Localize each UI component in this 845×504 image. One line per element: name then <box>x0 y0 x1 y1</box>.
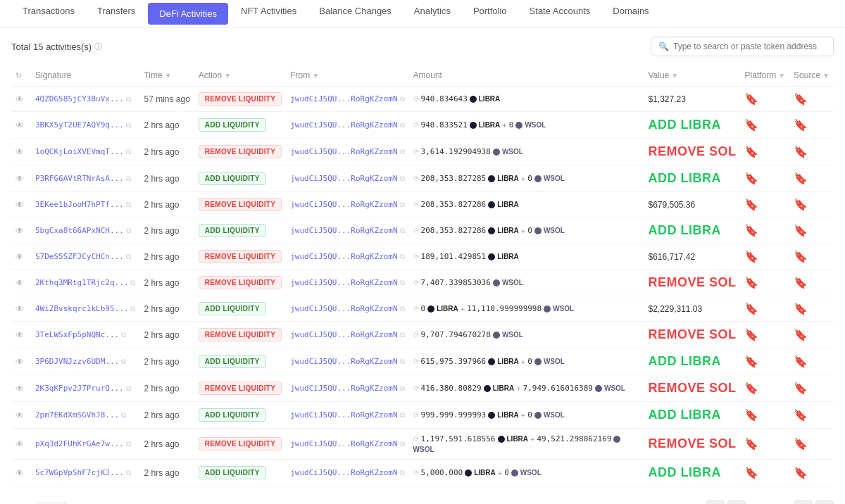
table-row: 👁3BKX5yT2UE7AQY9q...⧉2 hrs agoADD LIQUID… <box>11 112 834 139</box>
from-value: jwudCiJ5QU...RoRgKZzomN⧉ <box>290 439 404 448</box>
eye-icon[interactable]: 👁 <box>15 304 24 314</box>
value-display: $616,717.42 <box>648 252 695 262</box>
copy-sig-icon[interactable]: ⧉ <box>130 305 135 313</box>
next-page-button[interactable]: › <box>794 500 813 504</box>
platform-filter-icon[interactable]: ▼ <box>778 72 785 80</box>
copy-from-icon[interactable]: ⧉ <box>400 175 405 183</box>
copy-from-icon[interactable]: ⧉ <box>400 440 405 448</box>
source-icon: 🔖 <box>794 251 808 263</box>
eye-icon[interactable]: 👁 <box>15 147 24 157</box>
token-label-libra: LIBRA <box>507 435 529 443</box>
eye-icon[interactable]: 👁 <box>15 468 24 478</box>
eye-icon[interactable]: 👁 <box>15 410 24 420</box>
platform-icon: 🔖 <box>744 438 758 450</box>
eye-icon[interactable]: 👁 <box>15 200 24 210</box>
toolbar: Total 15 activities(s) ⓘ 🔍 <box>11 37 834 56</box>
copy-from-icon[interactable]: ⧉ <box>400 279 405 287</box>
signature-value: 4QZDG585jCY38uVx...⧉ <box>35 94 135 103</box>
eye-icon[interactable]: 👁 <box>15 439 24 449</box>
copy-from-icon[interactable]: ⧉ <box>400 469 405 477</box>
time-filter-icon[interactable]: ▼ <box>165 72 172 80</box>
copy-from-icon[interactable]: ⧉ <box>400 305 405 313</box>
table-row: 👁3EKee1bJooH7hPTf...⧉2 hrs agoREMOVE LIQ… <box>11 192 834 218</box>
table-row: 👁3TeLWSxFp5pNQNc...⧉2 hrs agoREMOVE LIQU… <box>11 322 834 348</box>
copy-sig-icon[interactable]: ⧉ <box>126 384 131 393</box>
nav-balance-changes[interactable]: Balance Changes <box>308 0 403 27</box>
eye-icon[interactable]: 👁 <box>15 174 24 184</box>
signature-value: pXq3d2FUhKrGAe7w...⧉ <box>35 439 135 448</box>
amount-value: 5,000,000 <box>421 468 463 477</box>
platform-icon: 🔖 <box>744 199 758 210</box>
copy-sig-icon[interactable]: ⧉ <box>126 201 131 209</box>
copy-sig-icon[interactable]: ⧉ <box>126 175 131 183</box>
from-value: jwudCiJ5QU...RoRgKZzomN⧉ <box>290 410 404 420</box>
copy-sig-icon[interactable]: ⧉ <box>126 469 131 477</box>
copy-from-icon[interactable]: ⧉ <box>400 411 405 420</box>
search-input[interactable] <box>673 42 826 51</box>
amount-icon: ⟳ <box>413 331 419 339</box>
from-filter-icon[interactable]: ▼ <box>312 72 319 80</box>
source-icon: 🔖 <box>794 467 808 479</box>
prev-page-button[interactable]: ‹ <box>727 500 746 504</box>
copy-from-icon[interactable]: ⧉ <box>400 253 405 261</box>
table-row: 👁2pm7EKdXmSGVhJ8...⧉2 hrs agoADD LIQUIDI… <box>11 402 834 429</box>
time-value: 2 hrs ago <box>144 357 179 367</box>
copy-from-icon[interactable]: ⧉ <box>400 121 405 130</box>
copy-from-icon[interactable]: ⧉ <box>400 95 405 103</box>
nav-defi-activities[interactable]: DeFi Activities <box>148 3 228 25</box>
copy-sig-icon[interactable]: ⧉ <box>121 331 126 339</box>
source-icon: 🔖 <box>794 303 808 315</box>
copy-sig-icon[interactable]: ⧉ <box>126 440 131 448</box>
amount-value: 999,999.999993 <box>421 410 487 420</box>
value-filter-icon[interactable]: ▼ <box>671 72 678 80</box>
from-value: jwudCiJ5QU...RoRgKZzomN⧉ <box>290 330 404 339</box>
action-badge: REMOVE LIQUIDITY <box>199 198 282 211</box>
nav-transfers[interactable]: Transfers <box>86 0 146 27</box>
action-display: ADD LIBRA <box>648 408 721 422</box>
platform-icon: 🔖 <box>744 355 758 367</box>
nav-nft-activities[interactable]: NFT Activities <box>230 0 308 27</box>
from-col-header: From <box>290 70 310 80</box>
copy-sig-icon[interactable]: ⧉ <box>126 95 131 103</box>
last-page-button[interactable]: » <box>815 500 834 504</box>
copy-from-icon[interactable]: ⧉ <box>400 148 405 156</box>
plus-sign: + <box>461 305 465 313</box>
eye-icon[interactable]: 👁 <box>15 330 24 340</box>
action-display: ADD LIBRA <box>648 118 721 132</box>
first-page-button[interactable]: « <box>706 500 725 504</box>
eye-icon[interactable]: 👁 <box>15 252 24 262</box>
eye-icon[interactable]: 👁 <box>15 226 24 236</box>
table-row: 👁2Kthq3MRtg1TRjc2q...⧉2 hrs agoREMOVE LI… <box>11 270 834 296</box>
time-value: 2 hrs ago <box>144 278 179 288</box>
copy-sig-icon[interactable]: ⧉ <box>121 411 126 420</box>
token-label-wsol: WSOL <box>544 227 565 234</box>
copy-sig-icon[interactable]: ⧉ <box>126 227 131 235</box>
copy-from-icon[interactable]: ⧉ <box>400 384 405 393</box>
nav-analytics[interactable]: Analytics <box>403 0 462 27</box>
copy-from-icon[interactable]: ⧉ <box>400 201 405 209</box>
nav-state-accounts[interactable]: State Accounts <box>518 0 602 27</box>
copy-sig-icon[interactable]: ⧉ <box>126 148 131 156</box>
copy-sig-icon[interactable]: ⧉ <box>121 358 126 366</box>
amount-value: 9,707.794670278 <box>421 330 491 339</box>
signature-value: 3EKee1bJooH7hPTf...⧉ <box>35 200 135 209</box>
eye-icon[interactable]: 👁 <box>15 94 24 104</box>
action-filter-icon[interactable]: ▼ <box>224 72 231 80</box>
eye-icon[interactable]: 👁 <box>15 384 24 393</box>
source-filter-icon[interactable]: ▼ <box>822 72 830 80</box>
search-box[interactable]: 🔍 <box>651 37 834 56</box>
copy-from-icon[interactable]: ⧉ <box>400 331 405 339</box>
eye-icon[interactable]: 👁 <box>15 120 24 130</box>
copy-sig-icon[interactable]: ⧉ <box>126 253 131 261</box>
copy-from-icon[interactable]: ⧉ <box>400 227 405 235</box>
nav-domains[interactable]: Domains <box>601 0 660 27</box>
eye-icon[interactable]: 👁 <box>15 278 24 288</box>
source-icon: 🔖 <box>794 93 808 105</box>
nav-transactions[interactable]: Transactions <box>11 0 86 27</box>
copy-sig-icon[interactable]: ⧉ <box>130 279 135 287</box>
amount-value2: 0 <box>504 468 509 477</box>
copy-from-icon[interactable]: ⧉ <box>400 358 405 366</box>
copy-sig-icon[interactable]: ⧉ <box>126 121 131 130</box>
eye-icon[interactable]: 👁 <box>15 357 24 367</box>
nav-portfolio[interactable]: Portfolio <box>462 0 518 27</box>
